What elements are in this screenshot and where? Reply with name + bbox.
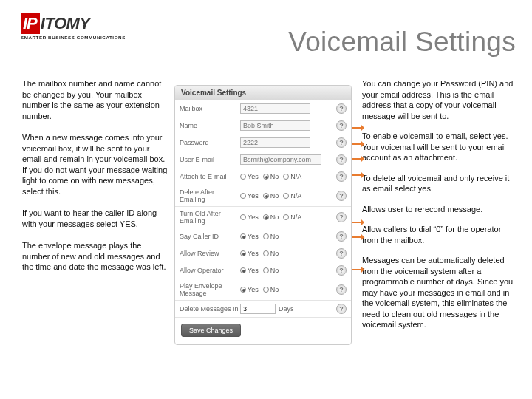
delete-yes[interactable]: Yes: [240, 192, 259, 200]
operator-options: Yes No: [240, 267, 336, 274]
row-caller-id: Say Caller ID Yes No ?: [175, 228, 351, 245]
attach-label: Attach to E-mail: [180, 173, 240, 180]
envelope-no[interactable]: No: [263, 286, 279, 293]
attach-yes[interactable]: Yes: [240, 173, 259, 180]
logo-ip: IP: [21, 13, 40, 34]
help-icon[interactable]: ?: [336, 248, 347, 259]
review-options: Yes No: [240, 250, 336, 257]
help-icon[interactable]: ?: [336, 171, 347, 182]
caller-yes[interactable]: Yes: [240, 233, 259, 240]
email-input[interactable]: [240, 154, 321, 165]
password-input[interactable]: [240, 137, 310, 148]
help-icon[interactable]: ?: [336, 191, 347, 201]
row-email: User E-mail ?: [175, 151, 351, 168]
panel-heading: Voicemail Settings: [175, 86, 351, 100]
help-icon[interactable]: ?: [336, 120, 347, 131]
turnold-na[interactable]: N/A: [283, 214, 301, 221]
days-input[interactable]: [240, 304, 276, 314]
row-review: Allow Review Yes No ?: [175, 245, 351, 262]
row-operator: Allow Operator Yes No ?: [175, 262, 351, 279]
left-column: The mailbox number and name cannot be ch…: [22, 78, 168, 284]
attach-no[interactable]: No: [263, 173, 279, 180]
arrow-icon: [352, 236, 364, 238]
row-attach: Attach to E-mail Yes No N/A ?: [175, 168, 351, 185]
operator-label: Allow Operator: [180, 267, 240, 274]
arrow-icon: [352, 143, 364, 145]
turnold-label: Turn Old After Emailing: [180, 210, 240, 225]
help-icon[interactable]: ?: [336, 284, 347, 295]
row-turn-old: Turn Old After Emailing Yes No N/A ?: [175, 207, 351, 228]
left-p4: The envelope message plays the number of…: [22, 240, 168, 273]
help-icon[interactable]: ?: [336, 103, 347, 114]
caller-label: Say Caller ID: [180, 233, 240, 240]
help-icon[interactable]: ?: [336, 231, 347, 242]
right-p2: To enable voicemail-to-email, select yes…: [362, 131, 516, 163]
turnold-yes[interactable]: Yes: [240, 214, 259, 221]
right-p3: To delete all voicemail and only receive…: [362, 173, 516, 194]
arrow-icon: [352, 222, 364, 223]
logo-tagline: SMARTER BUSINESS COMMUNICATIONS: [21, 35, 136, 40]
help-icon[interactable]: ?: [336, 212, 347, 222]
mailbox-input[interactable]: [240, 103, 310, 114]
right-p4: Allows user to rerecord message.: [362, 204, 516, 215]
delete-na[interactable]: N/A: [283, 192, 301, 200]
delete-no[interactable]: No: [263, 192, 279, 200]
turnold-no[interactable]: No: [263, 214, 279, 221]
attach-na[interactable]: N/A: [283, 173, 301, 180]
save-button[interactable]: Save Changes: [181, 324, 241, 337]
envelope-label: Play Envelope Message: [180, 282, 240, 297]
mailbox-label: Mailbox: [180, 105, 240, 112]
right-p6: Messages can be automatically deleted fr…: [362, 255, 516, 330]
turnold-options: Yes No N/A: [240, 214, 336, 221]
row-name: Name ?: [175, 117, 351, 134]
review-yes[interactable]: Yes: [240, 250, 259, 257]
arrow-icon: [352, 269, 364, 270]
row-envelope: Play Envelope Message Yes No ?: [175, 279, 351, 301]
left-p1: The mailbox number and name cannot be ch…: [22, 78, 168, 121]
help-icon[interactable]: ?: [336, 265, 347, 276]
logo-itomy: ITOMY: [41, 14, 90, 33]
right-p5: Allow callers to dial “0” for the operat…: [362, 224, 516, 245]
envelope-yes[interactable]: Yes: [240, 286, 259, 293]
help-icon[interactable]: ?: [336, 304, 347, 314]
help-icon[interactable]: ?: [336, 137, 347, 148]
row-delete-after: Delete After Emailing Yes No N/A ?: [175, 185, 351, 207]
row-mailbox: Mailbox ?: [175, 100, 351, 117]
brand-logo: IP ITOMY SMARTER BUSINESS COMMUNICATIONS: [21, 13, 136, 40]
arrow-icon: [352, 158, 364, 160]
operator-no[interactable]: No: [263, 267, 279, 274]
page-title: Voicemail Settings: [288, 27, 516, 58]
arrow-icon: [352, 174, 364, 176]
voicemail-settings-panel: Voicemail Settings Mailbox ? Name ? Pass…: [174, 85, 352, 345]
row-password: Password ?: [175, 134, 351, 151]
delete-options: Yes No N/A: [240, 192, 336, 200]
name-label: Name: [180, 122, 240, 129]
review-no[interactable]: No: [263, 250, 279, 257]
right-p1: You can change your Password (PIN) and y…: [362, 78, 516, 121]
arrow-icon: [352, 127, 364, 129]
help-icon[interactable]: ?: [336, 154, 347, 165]
attach-options: Yes No N/A: [240, 173, 336, 180]
password-label: Password: [180, 139, 240, 146]
delete-label: Delete After Emailing: [180, 188, 240, 203]
left-p3: If you want to hear the caller ID along …: [22, 208, 168, 229]
operator-yes[interactable]: Yes: [240, 267, 259, 274]
left-p2: When a new message comes into your voice…: [22, 132, 168, 197]
right-column: You can change your Password (PIN) and y…: [362, 78, 516, 340]
caller-options: Yes No: [240, 233, 336, 240]
envelope-options: Yes No: [240, 286, 336, 293]
email-label: User E-mail: [180, 156, 240, 163]
name-input[interactable]: [240, 120, 310, 131]
days-unit: Days: [279, 305, 294, 313]
deletein-label: Delete Messages In: [180, 305, 240, 313]
caller-no[interactable]: No: [263, 233, 279, 240]
row-delete-in: Delete Messages In Days ?: [175, 301, 351, 318]
review-label: Allow Review: [180, 250, 240, 257]
